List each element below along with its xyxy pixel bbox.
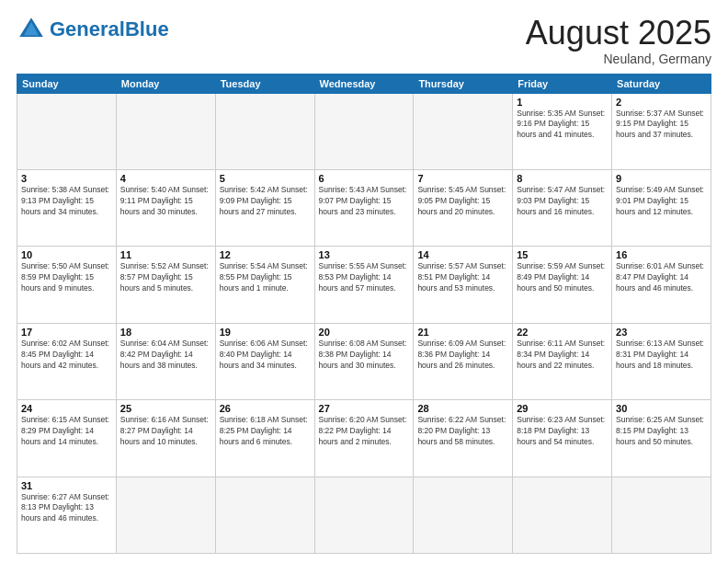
day-number: 13 (319, 249, 410, 260)
table-row: 12Sunrise: 5:54 AM Sunset: 8:55 PM Dayli… (215, 247, 314, 323)
day-info: Sunrise: 6:23 AM Sunset: 8:18 PM Dayligh… (517, 415, 608, 448)
table-row: 25Sunrise: 6:16 AM Sunset: 8:27 PM Dayli… (116, 400, 215, 477)
day-info: Sunrise: 6:04 AM Sunset: 8:42 PM Dayligh… (120, 339, 211, 372)
day-number: 1 (517, 97, 608, 108)
logo: GeneralBlue (17, 15, 169, 44)
day-number: 14 (417, 249, 508, 260)
day-number: 8 (517, 173, 608, 184)
day-number: 29 (517, 403, 608, 414)
day-info: Sunrise: 6:18 AM Sunset: 8:25 PM Dayligh… (220, 415, 311, 448)
header-friday: Friday (513, 74, 612, 93)
table-row (513, 477, 612, 553)
day-info: Sunrise: 5:57 AM Sunset: 8:51 PM Dayligh… (417, 261, 508, 294)
day-info: Sunrise: 6:02 AM Sunset: 8:45 PM Dayligh… (21, 339, 112, 372)
table-row: 8Sunrise: 5:47 AM Sunset: 9:03 PM Daylig… (513, 169, 612, 246)
table-row: 1Sunrise: 5:35 AM Sunset: 9:16 PM Daylig… (513, 93, 612, 169)
table-row: 10Sunrise: 5:50 AM Sunset: 8:59 PM Dayli… (17, 247, 117, 323)
header-sunday: Sunday (17, 74, 117, 93)
table-row (215, 477, 314, 553)
calendar-week-3: 10Sunrise: 5:50 AM Sunset: 8:59 PM Dayli… (17, 247, 711, 323)
table-row (17, 93, 117, 169)
day-number: 21 (417, 327, 508, 338)
table-row: 27Sunrise: 6:20 AM Sunset: 8:22 PM Dayli… (314, 400, 414, 477)
day-number: 15 (517, 249, 608, 260)
day-number: 4 (120, 173, 211, 184)
table-row: 24Sunrise: 6:15 AM Sunset: 8:29 PM Dayli… (17, 400, 117, 477)
day-info: Sunrise: 5:43 AM Sunset: 9:07 PM Dayligh… (319, 185, 410, 218)
day-info: Sunrise: 6:22 AM Sunset: 8:20 PM Dayligh… (417, 415, 508, 448)
header-wednesday: Wednesday (314, 74, 414, 93)
table-row (414, 93, 513, 169)
title-block: August 2025 Neuland, Germany (526, 15, 711, 66)
location-subtitle: Neuland, Germany (526, 52, 711, 66)
table-row: 23Sunrise: 6:13 AM Sunset: 8:31 PM Dayli… (612, 323, 711, 399)
table-row: 31Sunrise: 6:27 AM Sunset: 8:13 PM Dayli… (17, 477, 117, 553)
day-info: Sunrise: 6:08 AM Sunset: 8:38 PM Dayligh… (319, 339, 410, 372)
day-number: 23 (616, 327, 707, 338)
day-number: 7 (417, 173, 508, 184)
day-info: Sunrise: 5:59 AM Sunset: 8:49 PM Dayligh… (517, 261, 608, 294)
day-number: 19 (220, 327, 311, 338)
day-number: 2 (616, 97, 707, 108)
logo-text: GeneralBlue (50, 19, 169, 40)
table-row: 20Sunrise: 6:08 AM Sunset: 8:38 PM Dayli… (314, 323, 414, 399)
table-row (116, 93, 215, 169)
day-info: Sunrise: 5:54 AM Sunset: 8:55 PM Dayligh… (220, 261, 311, 294)
day-info: Sunrise: 5:49 AM Sunset: 9:01 PM Dayligh… (616, 185, 707, 218)
table-row: 5Sunrise: 5:42 AM Sunset: 9:09 PM Daylig… (215, 169, 314, 246)
table-row: 13Sunrise: 5:55 AM Sunset: 8:53 PM Dayli… (314, 247, 414, 323)
day-number: 5 (220, 173, 311, 184)
table-row (414, 477, 513, 553)
day-info: Sunrise: 5:50 AM Sunset: 8:59 PM Dayligh… (21, 261, 112, 294)
table-row: 2Sunrise: 5:37 AM Sunset: 9:15 PM Daylig… (612, 93, 711, 169)
day-number: 30 (616, 403, 707, 414)
day-number: 6 (319, 173, 410, 184)
table-row: 17Sunrise: 6:02 AM Sunset: 8:45 PM Dayli… (17, 323, 117, 399)
header: GeneralBlue August 2025 Neuland, Germany (17, 15, 711, 66)
table-row (314, 477, 414, 553)
table-row: 16Sunrise: 6:01 AM Sunset: 8:47 PM Dayli… (612, 247, 711, 323)
day-info: Sunrise: 6:27 AM Sunset: 8:13 PM Dayligh… (21, 492, 112, 525)
day-info: Sunrise: 6:01 AM Sunset: 8:47 PM Dayligh… (616, 261, 707, 294)
day-number: 27 (319, 403, 410, 414)
day-number: 11 (120, 249, 211, 260)
header-thursday: Thursday (414, 74, 513, 93)
table-row: 14Sunrise: 5:57 AM Sunset: 8:51 PM Dayli… (414, 247, 513, 323)
day-info: Sunrise: 5:55 AM Sunset: 8:53 PM Dayligh… (319, 261, 410, 294)
day-number: 24 (21, 403, 112, 414)
table-row: 30Sunrise: 6:25 AM Sunset: 8:15 PM Dayli… (612, 400, 711, 477)
table-row: 7Sunrise: 5:45 AM Sunset: 9:05 PM Daylig… (414, 169, 513, 246)
table-row: 28Sunrise: 6:22 AM Sunset: 8:20 PM Dayli… (414, 400, 513, 477)
table-row: 29Sunrise: 6:23 AM Sunset: 8:18 PM Dayli… (513, 400, 612, 477)
day-number: 12 (220, 249, 311, 260)
day-number: 18 (120, 327, 211, 338)
table-row: 4Sunrise: 5:40 AM Sunset: 9:11 PM Daylig… (116, 169, 215, 246)
day-info: Sunrise: 5:45 AM Sunset: 9:05 PM Dayligh… (417, 185, 508, 218)
day-number: 17 (21, 327, 112, 338)
day-info: Sunrise: 5:35 AM Sunset: 9:16 PM Dayligh… (517, 109, 608, 142)
day-number: 20 (319, 327, 410, 338)
day-info: Sunrise: 5:47 AM Sunset: 9:03 PM Dayligh… (517, 185, 608, 218)
table-row: 6Sunrise: 5:43 AM Sunset: 9:07 PM Daylig… (314, 169, 414, 246)
day-number: 25 (120, 403, 211, 414)
table-row (612, 477, 711, 553)
day-info: Sunrise: 6:25 AM Sunset: 8:15 PM Dayligh… (616, 415, 707, 448)
table-row: 9Sunrise: 5:49 AM Sunset: 9:01 PM Daylig… (612, 169, 711, 246)
table-row: 22Sunrise: 6:11 AM Sunset: 8:34 PM Dayli… (513, 323, 612, 399)
table-row (116, 477, 215, 553)
day-info: Sunrise: 5:37 AM Sunset: 9:15 PM Dayligh… (616, 109, 707, 142)
table-row (215, 93, 314, 169)
page: GeneralBlue August 2025 Neuland, Germany… (0, 0, 728, 563)
day-info: Sunrise: 5:38 AM Sunset: 9:13 PM Dayligh… (21, 185, 112, 218)
calendar-header-row: Sunday Monday Tuesday Wednesday Thursday… (17, 74, 711, 93)
calendar-week-5: 24Sunrise: 6:15 AM Sunset: 8:29 PM Dayli… (17, 400, 711, 477)
day-info: Sunrise: 6:16 AM Sunset: 8:27 PM Dayligh… (120, 415, 211, 448)
day-number: 31 (21, 480, 112, 491)
day-number: 26 (220, 403, 311, 414)
header-monday: Monday (116, 74, 215, 93)
day-info: Sunrise: 6:13 AM Sunset: 8:31 PM Dayligh… (616, 339, 707, 372)
table-row: 26Sunrise: 6:18 AM Sunset: 8:25 PM Dayli… (215, 400, 314, 477)
day-info: Sunrise: 6:09 AM Sunset: 8:36 PM Dayligh… (417, 339, 508, 372)
table-row (314, 93, 414, 169)
table-row: 21Sunrise: 6:09 AM Sunset: 8:36 PM Dayli… (414, 323, 513, 399)
